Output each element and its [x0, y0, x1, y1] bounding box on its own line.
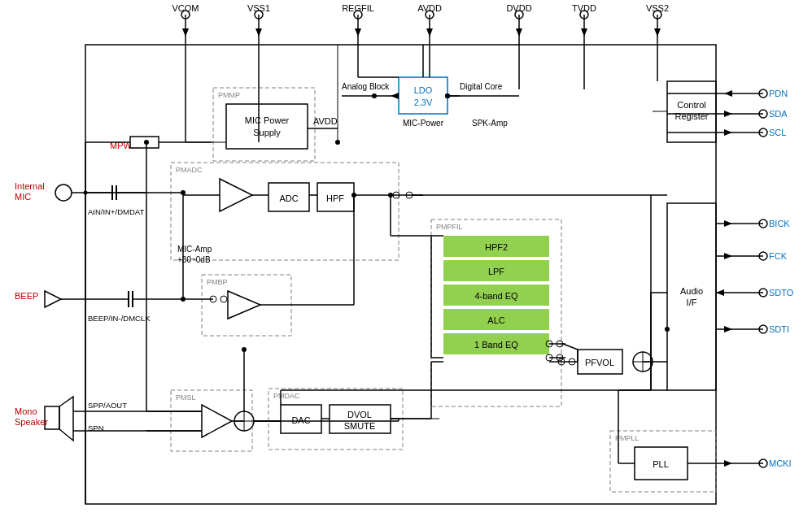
- scl-label: SCL: [769, 128, 786, 137]
- vcom-label: VCOM: [172, 3, 199, 13]
- pdn-label: PDN: [769, 89, 788, 98]
- analog-block-label: Analog Block: [342, 82, 390, 91]
- svg-text:2.3V: 2.3V: [414, 98, 433, 107]
- pmmp-label: PMMP: [218, 91, 240, 99]
- vss2-label: VSS2: [646, 3, 669, 13]
- adc-label: ADC: [279, 193, 298, 203]
- eq1-label: 1 Band EQ: [474, 340, 518, 350]
- svg-text:MIC: MIC: [15, 192, 31, 202]
- beep-in-label: BEEP/IN-/DMCLK: [88, 314, 151, 323]
- audio-if-label: Audio: [680, 286, 703, 296]
- control-register-label: Control: [677, 100, 705, 110]
- svg-point-197: [445, 93, 450, 98]
- avdd-top-label: AVDD: [417, 3, 442, 13]
- block-diagram: VCOM VSS1 REGFIL AVDD DVDD TVDD VSS2 PDN…: [0, 0, 812, 517]
- pmdac-label: PMDAC: [273, 392, 300, 400]
- sdti-label: SDTI: [769, 324, 789, 334]
- bick-label: BICK: [769, 219, 790, 228]
- alc-label: ALC: [487, 315, 504, 325]
- hpf-label: HPF: [326, 193, 344, 203]
- mcki-label: MCKI: [769, 458, 792, 468]
- spp-aout-label: SPP/AOUT: [88, 401, 127, 410]
- svg-point-195: [665, 327, 670, 332]
- spk-amp-label: SPK-Amp: [472, 119, 508, 128]
- mic-power-supply-label: MIC Power: [245, 115, 290, 125]
- svg-text:Register: Register: [675, 111, 709, 121]
- dac-label: DAC: [291, 415, 310, 425]
- pmpfil-label: PMPFIL: [436, 223, 463, 231]
- hpf2-label: HPF2: [485, 242, 508, 252]
- dvol-label: DVOL: [347, 410, 372, 419]
- svg-text:SMUTE: SMUTE: [344, 421, 376, 431]
- beep-label: BEEP: [15, 291, 38, 301]
- pll-label: PLL: [653, 459, 669, 469]
- svg-point-160: [242, 347, 247, 352]
- pmbp-label: PMBP: [207, 278, 228, 286]
- digital-core-label: Digital Core: [460, 82, 503, 91]
- svg-text:Supply: Supply: [253, 128, 281, 137]
- mic-power-label: MIC-Power: [403, 119, 444, 128]
- sdto-label: SDTO: [769, 288, 794, 298]
- avdd-right-label: AVDD: [313, 116, 338, 126]
- svg-point-154: [351, 193, 356, 198]
- ain-label: AIN/IN+/DMDAT: [88, 207, 144, 216]
- svg-text:+30~0dB: +30~0dB: [177, 255, 211, 264]
- eq4-label: 4-band EQ: [474, 291, 518, 301]
- svg-point-182: [372, 93, 377, 98]
- fck-label: FCK: [769, 251, 788, 261]
- lpf-label: LPF: [488, 267, 504, 276]
- sda-label: SDA: [769, 109, 788, 119]
- dvdd-label: DVDD: [506, 3, 531, 13]
- pfvol-label: PFVOL: [585, 358, 614, 367]
- internal-mic-label: Internal: [15, 181, 45, 191]
- pmsl-label: PMSL: [176, 393, 196, 402]
- vss1-label: VSS1: [247, 3, 270, 13]
- mono-speaker-label: Mono: [15, 406, 37, 416]
- svg-text:I/F: I/F: [687, 298, 697, 307]
- tvdd-label: TVDD: [572, 3, 596, 13]
- regfil-label: REGFIL: [342, 3, 374, 13]
- svg-point-158: [144, 140, 149, 145]
- svg-point-150: [335, 140, 340, 145]
- svg-text:Speaker: Speaker: [15, 417, 48, 427]
- ldo-label: LDO: [414, 85, 433, 95]
- pmadc-label: PMADC: [176, 166, 203, 174]
